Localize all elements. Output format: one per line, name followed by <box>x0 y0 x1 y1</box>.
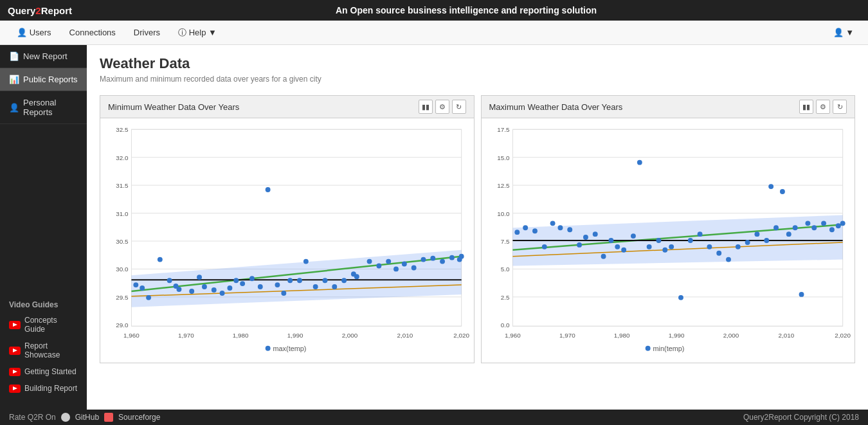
svg-point-119 <box>799 292 804 297</box>
svg-point-47 <box>411 265 417 270</box>
svg-text:7.5: 7.5 <box>500 238 509 245</box>
svg-text:17.5: 17.5 <box>497 126 510 133</box>
svg-point-39 <box>341 278 347 283</box>
svg-text:1,980: 1,980 <box>613 332 629 339</box>
svg-text:1,960: 1,960 <box>123 332 140 339</box>
svg-point-125 <box>840 221 845 226</box>
svg-text:1,970: 1,970 <box>559 332 575 339</box>
svg-point-104 <box>678 295 683 300</box>
svg-point-49 <box>430 256 435 261</box>
sidebar-new-report-label: New Report <box>23 51 68 61</box>
svg-text:2,010: 2,010 <box>397 332 413 339</box>
svg-point-87 <box>541 244 547 249</box>
svg-text:2,020: 2,020 <box>835 332 851 339</box>
svg-point-30 <box>266 187 271 192</box>
svg-point-20 <box>189 289 194 294</box>
svg-text:min(temp): min(temp) <box>653 345 684 352</box>
svg-point-48 <box>421 257 426 262</box>
svg-text:32.0: 32.0 <box>116 154 129 161</box>
svg-point-95 <box>608 238 613 243</box>
svg-point-112 <box>754 231 759 237</box>
brand-logo[interactable]: Query2Report <box>8 5 72 16</box>
top-bar: Query2Report An Open source business int… <box>0 0 868 21</box>
svg-point-45 <box>393 266 399 271</box>
chart-header-max: Maximum Weather Data Over Years ▮▮ ⚙ ↻ <box>482 96 855 118</box>
nav-users[interactable]: 👤 Users <box>8 21 60 45</box>
svg-point-28 <box>249 276 255 281</box>
github-icon <box>61 413 70 422</box>
footer: Rate Q2R On GitHub Sourceforge Query2Rep… <box>0 410 868 425</box>
youtube-icon-building-report <box>9 384 21 393</box>
svg-point-53 <box>459 254 464 259</box>
svg-text:31.5: 31.5 <box>116 182 129 189</box>
chart-panel-min: Minimum Weather Data Over Years ▮▮ ⚙ ↻ <box>100 95 475 363</box>
svg-point-110 <box>735 244 740 249</box>
nav-help[interactable]: ⓘ Help ▼ <box>169 21 226 45</box>
nav-drivers[interactable]: Drivers <box>125 21 169 45</box>
sidebar-personal-reports[interactable]: 👤 Personal Reports <box>0 91 87 124</box>
chart-bar-icon-min[interactable]: ▮▮ <box>419 100 433 114</box>
sourceforge-icon <box>104 413 113 422</box>
svg-point-37 <box>323 278 328 283</box>
svg-text:1,960: 1,960 <box>505 332 521 339</box>
svg-point-51 <box>449 255 455 260</box>
brand-text-query: Query <box>8 5 35 16</box>
chart-refresh-icon-min[interactable]: ↻ <box>452 100 466 114</box>
chart-refresh-icon-max[interactable]: ↻ <box>833 100 847 114</box>
main-content: Weather Data Maximum and minimum recorde… <box>87 45 868 410</box>
svg-point-36 <box>313 284 318 289</box>
svg-point-16 <box>158 257 163 262</box>
svg-point-21 <box>197 275 202 280</box>
svg-point-84 <box>514 230 520 235</box>
github-link[interactable]: GitHub <box>75 413 99 422</box>
chart-icons-max: ▮▮ ⚙ ↻ <box>799 100 847 114</box>
svg-point-22 <box>202 284 207 289</box>
youtube-icon-concepts <box>9 321 21 329</box>
svg-text:2,000: 2,000 <box>723 332 739 339</box>
svg-point-14 <box>140 285 145 291</box>
sidebar-new-report[interactable]: 📄 New Report <box>0 45 87 68</box>
svg-point-101 <box>656 238 661 243</box>
svg-point-106 <box>697 231 702 237</box>
guide-showcase-label: Report Showcase <box>24 341 78 359</box>
chart-svg-max: 17.5 15.0 12.5 10.0 7.5 5.0 2.5 0.0 1,96… <box>484 121 853 360</box>
svg-point-113 <box>764 238 769 243</box>
svg-point-118 <box>792 225 797 230</box>
svg-text:32.5: 32.5 <box>116 126 129 133</box>
svg-text:12.5: 12.5 <box>497 182 510 189</box>
nav-user-icon[interactable]: 👤 ▼ <box>827 28 860 37</box>
svg-point-25 <box>227 285 232 291</box>
guide-building-report[interactable]: Building Report <box>0 380 87 397</box>
guide-showcase[interactable]: Report Showcase <box>0 338 87 363</box>
sidebar-public-reports[interactable]: 📊 Public Reports <box>0 68 87 91</box>
svg-point-42 <box>367 259 372 264</box>
personal-reports-icon: 👤 <box>9 103 19 113</box>
sourceforge-link[interactable]: Sourceforge <box>118 413 160 422</box>
svg-text:29.0: 29.0 <box>116 321 129 329</box>
svg-point-116 <box>779 189 784 194</box>
svg-point-26 <box>233 278 239 283</box>
svg-point-109 <box>726 257 731 262</box>
chart-body-max: 17.5 15.0 12.5 10.0 7.5 5.0 2.5 0.0 1,96… <box>482 118 855 363</box>
svg-point-124 <box>835 223 840 228</box>
svg-point-107 <box>707 244 712 249</box>
guide-concepts[interactable]: Concepts Guide <box>0 312 87 338</box>
rate-label: Rate Q2R On <box>9 413 56 422</box>
brand-text-report: Report <box>41 5 72 16</box>
svg-point-19 <box>177 287 182 292</box>
video-guides-title: Video Guides <box>0 291 87 312</box>
svg-point-27 <box>240 281 245 286</box>
nav-connections[interactable]: Connections <box>60 21 125 45</box>
sidebar-personal-reports-label: Personal Reports <box>23 98 78 117</box>
chart-gear-icon-min[interactable]: ⚙ <box>435 100 449 114</box>
chart-bar-icon-max[interactable]: ▮▮ <box>799 100 813 114</box>
svg-text:max(temp): max(temp) <box>273 345 307 352</box>
layout: 📄 New Report 📊 Public Reports 👤 Personal… <box>0 45 868 410</box>
guide-getting-started[interactable]: Getting Started <box>0 363 87 380</box>
svg-text:2.5: 2.5 <box>500 294 509 301</box>
svg-text:30.5: 30.5 <box>116 238 129 245</box>
svg-point-99 <box>637 160 642 165</box>
svg-point-13 <box>133 282 138 287</box>
chart-gear-icon-max[interactable]: ⚙ <box>816 100 830 114</box>
chart-svg-min: 32.5 32.0 31.5 31.0 30.5 30.0 29.5 29.0 … <box>103 121 471 360</box>
